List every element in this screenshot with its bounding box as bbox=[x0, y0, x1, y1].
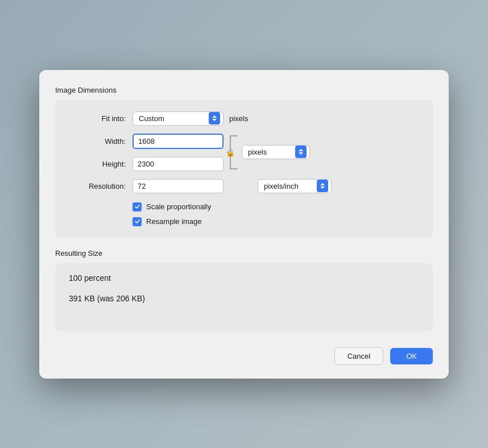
height-label: Height: bbox=[69, 160, 126, 168]
ok-button[interactable]: OK bbox=[390, 348, 433, 364]
image-dimensions-dialog: Image Dimensions Fit into: Custom Screen… bbox=[39, 70, 449, 379]
fit-into-select-wrapper[interactable]: Custom Screen A4 Paper bbox=[133, 111, 224, 126]
dimension-unit-wrapper: pixels inches cm mm percent bbox=[242, 145, 310, 159]
resample-image-row: Resample image bbox=[133, 217, 419, 226]
width-label: Width: bbox=[69, 137, 126, 146]
dialog-buttons: Cancel OK bbox=[55, 347, 433, 365]
result-file-size: 391 KB (was 206 KB) bbox=[69, 294, 419, 303]
fit-into-row: Fit into: Custom Screen A4 Paper pixels bbox=[69, 111, 419, 126]
scale-proportionally-row: Scale proportionally bbox=[133, 202, 419, 211]
height-row: Height: bbox=[69, 157, 224, 171]
resolution-unit-wrapper: pixels/inch pixels/cm bbox=[258, 179, 332, 193]
resample-image-label: Resample image bbox=[146, 217, 202, 226]
lock-icon: 🔒 bbox=[226, 148, 235, 156]
width-height-row: Width: Height: 🔒 bbox=[69, 134, 419, 171]
fit-into-unit-label: pixels bbox=[229, 114, 248, 123]
resolution-unit-select-wrapper[interactable]: pixels/inch pixels/cm bbox=[258, 179, 332, 193]
resolution-input[interactable] bbox=[133, 179, 224, 193]
proportional-lock-bracket: 🔒 bbox=[226, 134, 239, 171]
result-percent: 100 percent bbox=[69, 273, 419, 283]
dimension-unit-select[interactable]: pixels inches cm mm percent bbox=[242, 145, 310, 159]
width-row: Width: bbox=[69, 134, 224, 149]
resolution-unit-select[interactable]: pixels/inch pixels/cm bbox=[258, 179, 332, 193]
dimensions-panel: Fit into: Custom Screen A4 Paper pixels bbox=[55, 100, 433, 238]
fit-into-select[interactable]: Custom Screen A4 Paper bbox=[133, 111, 224, 126]
height-input[interactable] bbox=[133, 157, 224, 171]
scale-proportionally-label: Scale proportionally bbox=[146, 202, 211, 211]
resolution-label: Resolution: bbox=[69, 182, 126, 190]
wh-inputs: Width: Height: bbox=[69, 134, 224, 171]
resample-image-checkbox[interactable] bbox=[133, 217, 142, 226]
resulting-size-panel: 100 percent 391 KB (was 206 KB) bbox=[55, 263, 433, 331]
scale-proportionally-checkbox[interactable] bbox=[133, 202, 142, 211]
fit-into-label: Fit into: bbox=[69, 114, 126, 123]
width-input[interactable] bbox=[133, 134, 224, 149]
cancel-button[interactable]: Cancel bbox=[334, 347, 383, 365]
dim-and-unit: Width: Height: 🔒 bbox=[69, 134, 310, 171]
resulting-size-label: Resulting Size bbox=[55, 249, 433, 258]
dimension-unit-select-wrapper[interactable]: pixels inches cm mm percent bbox=[242, 145, 310, 159]
image-dimensions-label: Image Dimensions bbox=[55, 86, 433, 94]
resolution-row: Resolution: pixels/inch pixels/cm bbox=[69, 179, 419, 193]
